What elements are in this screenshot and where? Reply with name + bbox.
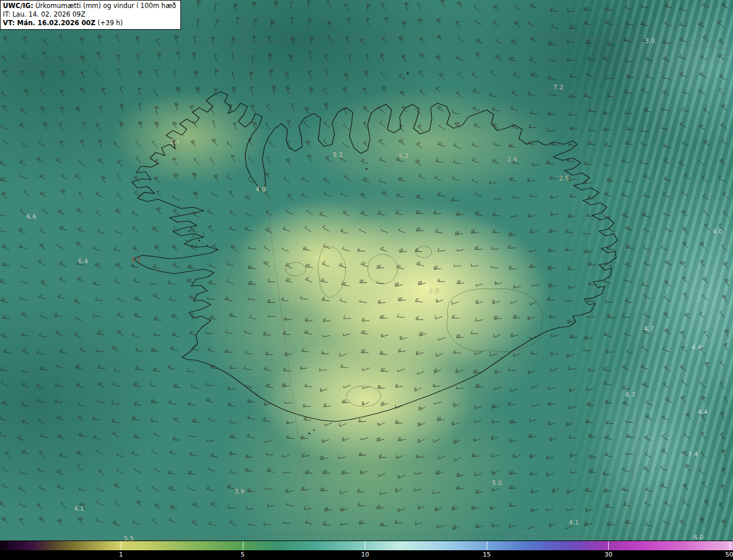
valid-time: VT: Mán. 16.02.2026 00Z (+39 h)	[3, 19, 176, 27]
precip-value-label: 4.1	[74, 505, 84, 512]
precip-value-label: 6.0	[693, 534, 704, 541]
precip-value-label: 2.4	[507, 156, 517, 163]
colorbar-tick-label: 1	[119, 551, 123, 558]
colorbar-tick	[608, 541, 609, 550]
precip-value-label: 3.9	[234, 488, 245, 495]
precip-value-label: 4.4	[691, 344, 702, 351]
precip-value-label: 5.1	[333, 151, 343, 159]
precip-value-label: 4.0	[712, 228, 723, 235]
value-label-layer: 3.07.22.45.15.22.42.54.86.64.06.43.32.94…	[0, 0, 733, 541]
colorbar-tick	[365, 541, 365, 550]
precip-value-label: 2.4	[170, 138, 180, 145]
colorbar-tick-label: 30	[604, 551, 612, 558]
precip-value-label: 5.5	[124, 535, 134, 541]
colorbar-tick-label: 15	[483, 551, 491, 558]
precip-value-label: 4.8	[255, 186, 266, 193]
colorbar-tick-label: 50	[726, 551, 733, 558]
colorbar-tick-label: 5	[241, 551, 245, 558]
colorbar-tick	[487, 541, 487, 550]
precip-value-label: 7.4	[688, 451, 698, 458]
precip-value-label: 5.2	[399, 152, 409, 160]
precip-value-label: 5.0	[492, 479, 502, 487]
colorbar-labels: 1510153050	[0, 550, 733, 560]
colorbar-tick	[243, 541, 243, 550]
init-time: IT: Lau. 14. 02. 2026 09Z	[3, 10, 176, 19]
precip-value-label: 2.5	[559, 175, 569, 182]
map-title: UWC/IG: Úrkomumætti (mm) og vindur í 100…	[3, 2, 176, 10]
precipitation-wind-map: 3.07.22.45.15.22.42.54.86.64.06.43.32.94…	[0, 0, 733, 541]
precip-value-label: 3.0	[645, 37, 655, 45]
weather-map-app: 3.07.22.45.15.22.42.54.86.64.06.43.32.94…	[0, 0, 733, 560]
precip-value-label: 3.3	[131, 256, 141, 263]
precip-value-label: 6.6	[26, 213, 37, 220]
precip-value-label: 4.4	[697, 408, 708, 416]
precip-value-label: 7.2	[553, 84, 563, 91]
precip-value-label: 4.1	[569, 519, 579, 526]
colorbar-tick	[730, 541, 730, 550]
colorbar: 1510153050	[0, 541, 733, 560]
colorbar-tick	[121, 541, 121, 550]
colorbar-tick-label: 10	[361, 551, 369, 558]
map-title-box: UWC/IG: Úrkomumætti (mm) og vindur í 100…	[0, 0, 181, 30]
precip-value-label: 2.9	[429, 287, 439, 295]
colorbar-gradient	[0, 541, 733, 550]
precip-value-label: 6.4	[78, 258, 88, 265]
precip-value-label: 4.7	[644, 325, 654, 333]
precip-value-label: 6.7	[625, 391, 636, 399]
